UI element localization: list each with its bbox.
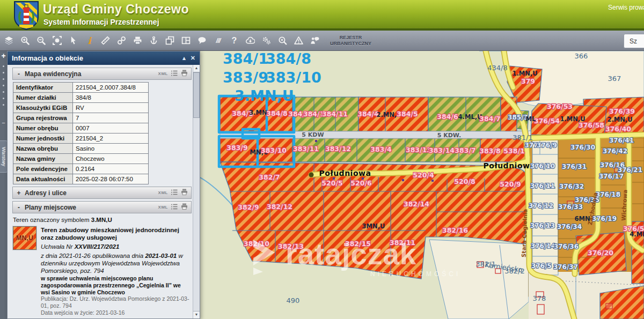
section-mapa-ewidencyjna[interactable]: - Mapa ewidencyjna XML [12,68,192,80]
map-label: 384/11 [322,110,348,118]
zone-swatch-icon: MN,U [13,226,36,250]
attribute-label: Numer działki [13,93,73,103]
layout-icon[interactable] [181,35,191,46]
table-row: Numer obrębu0007 [13,123,149,133]
pointer-icon[interactable] [68,35,78,46]
contact-icon[interactable] [310,35,320,46]
section-label: Plany miejscowe [25,204,76,211]
zone-swatch-label: MN,U [16,234,33,242]
map-label: 377 [524,142,538,149]
copy-icon[interactable] [165,35,175,46]
map-label: 376/54 [534,117,560,125]
rejestr-urbanistyczny-button[interactable]: REJESTR URBANISTYCZNY [330,35,371,47]
panel-collapse-icon[interactable]: ▴ [182,55,186,62]
zoom-search-icon[interactable] [277,35,288,46]
list-icon[interactable] [171,70,178,78]
side-strip: + − Warstwy [0,51,7,319]
list-icon[interactable] [171,204,178,211]
cloud-download-icon[interactable] [245,35,255,46]
map-label: 382/14 [404,200,429,208]
map-label: 376/9 [537,142,557,149]
map-label: 376/5 [531,262,552,270]
map-label: 376/32 [559,183,584,190]
attribute-label: Nazwa gminy [13,154,73,164]
strip-dot [3,78,4,80]
print-icon[interactable] [181,70,188,78]
expand-panel-icon[interactable]: + [0,51,7,61]
zoom-out-icon[interactable] [36,35,46,46]
print-icon[interactable] [133,35,143,46]
attribute-label: Grupa rejestrowa [13,113,73,123]
map[interactable]: 384/1384/8383/9383/103.MN,U384/13.MN,384… [200,51,644,319]
map-label: 376/17 [599,173,624,180]
local-plan-info: Teren oznaczony symbolem 3.MN,U MN,U Ter… [13,217,191,318]
attribute-value: 2025-02-28 06:07:50 [73,174,149,184]
layers-icon[interactable] [4,35,14,46]
scroll-up-arrow[interactable]: ▲ [193,65,200,72]
map-label: 376/14 [531,242,555,250]
map-label: 382/13 [278,242,304,250]
help-icon[interactable]: ? [229,35,239,46]
panel-body: - Mapa ewidencyjna XML Identyfikator2215… [8,65,193,318]
zoom-in-icon[interactable] [20,35,30,46]
map-label: 383/13 [406,146,431,154]
object-info-panel: Informacja o obiekcie ▴ ✕ - Mapa ewidenc… [7,51,200,319]
section-plany-miejscowe[interactable]: - Plany miejscowe XML [12,201,192,213]
parallel-lines-icon[interactable]: /// [213,35,223,46]
app-header: Urząd Gminy Choczewo System Informacji P… [0,0,644,31]
panel-scrollbar[interactable]: ▲ ▼ [193,65,200,318]
zone-title: Teren zabudowy mieszkaniowej jednorodzin… [41,226,191,241]
table-row: Pole ewidencyjne0.2164 [13,164,149,174]
table-row: Nazwa gminyChoczewo [13,154,149,164]
attribute-value: 0.2164 [73,164,149,174]
xml-icon[interactable]: XML [158,205,168,210]
section-label: Adresy i ulice [25,189,67,197]
map-label: 376/58 [579,121,604,129]
search-button[interactable]: Sz [624,34,644,48]
scroll-thumb[interactable] [193,72,200,118]
map-label: 376/34 [557,223,582,231]
list-icon[interactable] [171,189,178,197]
cadastral-map-svg[interactable]: 384/1384/8383/9383/103.MN,U384/13.MN,384… [200,51,644,319]
survey-point [402,179,404,181]
table-row: Nazwa obrębuSasino [13,144,149,154]
map-label: 376/40 [605,125,631,133]
map-label: 382/7 [259,173,280,181]
strip-dot [3,85,4,86]
layers-tab[interactable]: Warstwy [0,140,8,173]
map-label: 3.MN,U [235,87,294,104]
settings-icon[interactable] [261,35,272,46]
warning-icon[interactable] [294,35,304,46]
xml-icon[interactable]: XML [158,71,168,76]
xml-icon[interactable]: XML [158,190,168,195]
panel-close-icon[interactable]: ✕ [191,55,195,62]
info-icon[interactable]: i [84,35,94,46]
attribute-label: Numer obrębu [13,123,73,133]
speech-bubble-icon[interactable] [197,35,207,46]
map-label: 5 KDW [302,131,324,138]
strip-dot [3,98,4,99]
map-label: 384/7 [479,115,500,123]
map-label: 366 [575,52,588,60]
map-label: 434/8 [487,64,507,72]
link-icon[interactable] [116,35,127,46]
print-icon[interactable] [181,189,188,197]
map-label: 520/6 [350,179,372,187]
measure-icon[interactable] [100,35,111,46]
collapse-strip-icon[interactable]: − [0,120,7,126]
map-label: Południowa [319,169,371,177]
map-label: 376/33 [558,203,583,211]
map-label: 376/36 [554,243,579,250]
map-label: 383/14 [429,146,455,154]
anchor-icon[interactable] [149,35,159,46]
map-label: 367 [608,75,621,83]
map-label: 2.MN,U [607,116,632,123]
map-toolbar: i///? REJESTR URBANISTYCZNY [0,31,644,51]
rejestr-line2: URBANISTYCZNY [330,41,371,47]
scroll-down-arrow[interactable]: ▼ [193,311,200,318]
select-region-icon[interactable] [52,35,62,46]
map-label: 384/4 [357,110,379,118]
map-label: 376/31 [562,163,587,170]
print-icon[interactable] [181,203,188,211]
section-adresy-i-ulice[interactable]: + Adresy i ulice XML [12,187,192,199]
